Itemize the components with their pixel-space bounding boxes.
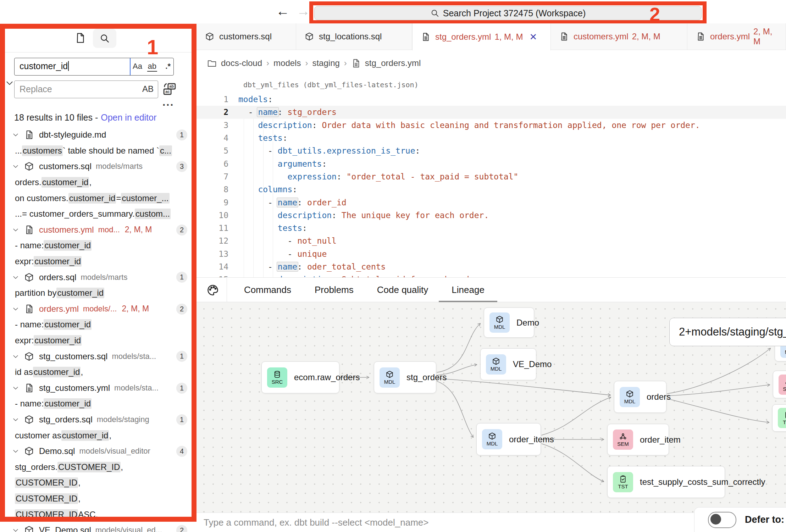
match-row[interactable]: CUSTOMER_ID, <box>5 491 192 507</box>
panel-tab-commands[interactable]: Commands <box>244 284 291 295</box>
theme-palette-icon[interactable] <box>206 284 219 297</box>
lineage-selector-box[interactable]: 2+models/staging/stg_or <box>669 318 786 346</box>
match-row[interactable]: customer as customer_id, <box>5 427 192 443</box>
lineage-node-demo[interactable]: MDLDemo <box>484 307 534 338</box>
forward-arrow-button[interactable]: → <box>297 3 310 19</box>
replace-input[interactable]: Replace AB <box>14 81 158 98</box>
match-row[interactable]: id as customer_id, <box>5 364 192 380</box>
file-explorer-icon[interactable] <box>74 32 86 44</box>
lineage-canvas[interactable]: SRCecom.raw_ordersMDLstg_ordersMDLDemoMD… <box>196 302 786 512</box>
defer-toggle[interactable] <box>708 512 736 528</box>
lineage-node-test-supply-costs-sum-correctly[interactable]: TSTtest_supply_costs_sum_correctly <box>607 466 725 498</box>
match-row[interactable]: ...customers` table should be named `c..… <box>5 143 192 159</box>
file-row[interactable]: Demo.sqlmodels/visual_editor4 <box>5 443 192 459</box>
back-arrow-button[interactable]: ← <box>276 3 289 19</box>
chevron-down-icon[interactable] <box>12 131 19 138</box>
open-in-editor-link[interactable]: Open in editor <box>101 112 156 122</box>
match-row[interactable]: partition by customer_id <box>5 285 192 301</box>
tab-stg_orders-yml[interactable]: stg_orders.yml1, M, M✕ <box>412 23 551 50</box>
code-token: - <box>238 262 278 271</box>
code-line[interactable]: 9 - name: order_id <box>196 196 786 209</box>
file-row[interactable]: stg_customers.sqlmodels/sta...1 <box>5 348 192 364</box>
close-icon[interactable]: ✕ <box>529 32 537 43</box>
code-line[interactable]: 14 - name: oder_total_cents <box>196 260 786 273</box>
file-row[interactable]: stg_orders.sqlmodels/staging1 <box>5 412 192 428</box>
code-line[interactable]: 3 description: Order data with basic cle… <box>196 119 786 132</box>
panel-tab-problems[interactable]: Problems <box>315 284 354 295</box>
tab-orders-yml[interactable]: orders.yml2, M, M <box>687 23 786 50</box>
chevron-down-icon[interactable] <box>12 163 19 170</box>
file-row[interactable]: customers.sqlmodels/marts3 <box>5 159 192 174</box>
match-case-toggle[interactable]: Aa <box>133 62 142 71</box>
breadcrumb-item[interactable]: docs-cloud <box>221 58 262 68</box>
match-row[interactable]: - name: customer_id <box>5 317 192 333</box>
regex-toggle[interactable]: .* <box>165 62 171 71</box>
file-name: orders.sql <box>39 272 76 282</box>
match-row[interactable]: - name: customer_id <box>5 238 192 254</box>
tab-stg_locations-sql[interactable]: stg_locations.sql <box>296 23 412 50</box>
code-line[interactable]: 2 - name: stg_orders <box>196 106 786 118</box>
lineage-node-partial-mid[interactable]: SEM <box>773 371 786 398</box>
chevron-down-icon[interactable] <box>12 305 19 312</box>
code-line[interactable]: 5 - dbt_utils.expression_is_true: <box>196 144 786 157</box>
file-row[interactable]: orders.ymlmodels/...2, M, M2 <box>5 301 192 317</box>
match-row[interactable]: - name: customer_id <box>5 396 192 412</box>
match-row[interactable]: CUSTOMER_ID, <box>5 475 192 491</box>
panel-tab-lineage[interactable]: Lineage <box>452 284 485 295</box>
code-text: tests: <box>238 223 307 233</box>
search-tab-button[interactable] <box>93 29 116 48</box>
chevron-down-icon[interactable] <box>12 226 19 233</box>
breadcrumb-file[interactable]: stg_orders.yml <box>365 58 421 68</box>
chevron-down-icon[interactable] <box>12 274 19 281</box>
lineage-node-order-item[interactable]: SEMorder_item <box>607 424 669 455</box>
file-row[interactable]: VE_Demo.sqlmodels/visual_ed...2 <box>5 522 192 532</box>
match-row[interactable]: on customers.customer_id = customer_... <box>5 190 192 206</box>
chevron-down-icon[interactable] <box>5 78 14 88</box>
code-line[interactable]: 8 columns: <box>196 183 786 196</box>
chevron-down-icon[interactable] <box>12 527 19 532</box>
whole-word-toggle[interactable]: ab <box>147 62 157 72</box>
code-line[interactable]: 11 tests: <box>196 222 786 234</box>
chevron-down-icon[interactable] <box>12 353 19 360</box>
code-line[interactable]: 10 description: The unique key for each … <box>196 209 786 222</box>
chevron-down-icon[interactable] <box>12 448 19 455</box>
match-row[interactable]: expr: customer_id <box>5 333 192 349</box>
more-options-button[interactable]: ··· <box>162 99 174 111</box>
lineage-node-stg-orders[interactable]: MDLstg_orders <box>374 361 436 393</box>
breadcrumb-item[interactable]: staging <box>312 58 339 68</box>
file-name: stg_orders.sql <box>39 415 93 425</box>
file-row[interactable]: dbt-styleguide.md1 <box>5 127 192 143</box>
lineage-node-ecom-raw-orders[interactable]: SRCecom.raw_orders <box>261 361 339 393</box>
code-line[interactable]: 1models: <box>196 93 786 106</box>
code-line[interactable]: 12 - not_null <box>196 234 786 247</box>
lineage-node-orders[interactable]: MDLorders <box>614 381 666 413</box>
project-search-bar[interactable]: Search Project 372475 (Workspace) <box>314 6 702 20</box>
chevron-down-icon[interactable] <box>12 416 19 423</box>
preserve-case-toggle[interactable]: AB <box>142 84 154 94</box>
code-line[interactable]: 7 expression: "order_total - tax_paid = … <box>196 170 786 183</box>
tab-customers-sql[interactable]: customers.sql <box>196 23 296 50</box>
panel-tab-code-quality[interactable]: Code quality <box>377 284 428 295</box>
code-token <box>238 121 258 130</box>
chevron-down-icon[interactable] <box>12 384 19 392</box>
lineage-node-ve-demo[interactable]: MDLVE_Demo <box>480 348 536 380</box>
match-row[interactable]: orders.customer_id, <box>5 174 192 190</box>
lineage-node-order-items[interactable]: MDLorder_items <box>476 423 541 455</box>
match-row[interactable]: expr: customer_id <box>5 254 192 270</box>
code-line[interactable]: 4 tests: <box>196 132 786 144</box>
match-row[interactable]: stg_orders.CUSTOMER_ID, <box>5 459 192 475</box>
lineage-node-partial-bottom[interactable]: TST <box>772 404 786 432</box>
code-line[interactable]: 6 arguments: <box>196 157 786 170</box>
file-row[interactable]: orders.sqlmodels/marts1 <box>5 269 192 285</box>
file-row[interactable]: customers.ymlmod...2, M, M2 <box>5 222 192 238</box>
file-row[interactable]: stg_customers.ymlmodels/sta...1 <box>5 380 192 396</box>
replace-all-icon[interactable]: abac <box>162 82 177 96</box>
match-row[interactable]: ...= customer_orders_summary.custom... <box>5 206 192 222</box>
code-editor[interactable]: dbt_yml_files (dbt_yml_files-latest.json… <box>196 76 786 301</box>
match-row[interactable]: CUSTOMER_ID ASC, <box>5 506 192 517</box>
find-input[interactable]: customer_id Aa ab .* <box>14 58 174 76</box>
tab-customers-yml[interactable]: customers.yml2, M, M <box>551 23 687 50</box>
command-input[interactable]: Type a command, ex. dbt build --select <… <box>204 517 428 528</box>
code-line[interactable]: 13 - unique <box>196 248 786 260</box>
breadcrumb-item[interactable]: models <box>273 58 301 68</box>
